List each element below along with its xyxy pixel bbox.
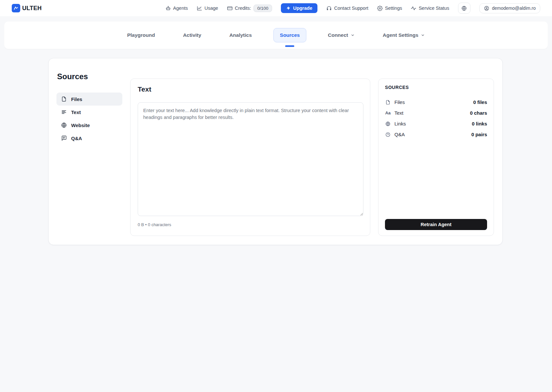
top-header: ULTEH Agents Usage Credits: 0/100 xyxy=(0,0,552,16)
nav-contact-support[interactable]: Contact Support xyxy=(326,6,368,11)
chevron-down-icon xyxy=(351,33,355,37)
summary-row-files: Files 0 files xyxy=(385,97,487,108)
tab-analytics[interactable]: Analytics xyxy=(223,28,258,42)
tab-activity-label: Activity xyxy=(183,32,201,38)
sources-page-card: Sources Files Text Website xyxy=(48,58,503,245)
summary-row-qa: Q&A 0 pairs xyxy=(385,129,487,140)
credit-card-icon xyxy=(227,6,233,11)
sidebar-item-label: Files xyxy=(71,96,82,102)
tab-sources[interactable]: Sources xyxy=(273,28,306,42)
activity-icon xyxy=(411,6,416,11)
brand-name: ULTEH xyxy=(22,5,42,12)
brand-logo[interactable]: ULTEH xyxy=(12,4,42,12)
upgrade-button[interactable]: Upgrade xyxy=(281,3,317,13)
app-root: ULTEH Agents Usage Credits: 0/100 xyxy=(0,0,552,392)
summary-title: SOURCES xyxy=(385,85,409,90)
summary-value: 0 chars xyxy=(470,110,487,116)
nav-usage-label: Usage xyxy=(205,6,218,11)
tab-playground[interactable]: Playground xyxy=(121,28,161,42)
brand-mark-icon xyxy=(12,4,20,12)
sidebar-item-label: Q&A xyxy=(71,136,82,141)
upgrade-label: Upgrade xyxy=(293,6,312,11)
robot-icon xyxy=(165,6,171,11)
nav-service-status[interactable]: Service Status xyxy=(411,6,449,11)
summary-value: 0 files xyxy=(473,99,487,105)
text-source-panel: Text 0 B • 0 characters xyxy=(130,79,370,236)
user-account-menu[interactable]: demodemo@aldim.ro xyxy=(479,3,540,13)
summary-label: Links xyxy=(394,121,406,126)
chevron-down-icon xyxy=(421,33,425,37)
globe-icon xyxy=(461,6,467,11)
agent-tab-bar: Playground Activity Analytics Sources Co… xyxy=(4,22,548,49)
sidebar-item-files[interactable]: Files xyxy=(56,93,122,106)
sources-sidebar: Files Text Website Q&A xyxy=(56,93,122,145)
line-chart-icon xyxy=(197,6,202,11)
tab-agent-settings-label: Agent Settings xyxy=(383,32,418,38)
summary-rows: Files 0 files Aa Text 0 chars Links 0 li… xyxy=(385,97,487,140)
nav-agents-label: Agents xyxy=(173,6,188,11)
tab-playground-label: Playground xyxy=(127,32,155,38)
sidebar-item-label: Website xyxy=(71,123,90,128)
nav-contact-support-label: Contact Support xyxy=(334,6,368,11)
summary-value: 0 links xyxy=(472,121,487,126)
file-icon xyxy=(61,96,67,102)
sidebar-item-text[interactable]: Text xyxy=(56,106,122,119)
summary-label: Text xyxy=(394,110,404,116)
tab-sources-label: Sources xyxy=(280,32,300,38)
globe-icon xyxy=(61,122,67,128)
sidebar-item-qa[interactable]: Q&A xyxy=(56,132,122,145)
user-email: demodemo@aldim.ro xyxy=(492,6,536,11)
globe-icon xyxy=(385,121,391,126)
message-square-icon xyxy=(61,135,67,141)
headphones-icon xyxy=(326,6,332,11)
text-size-counter: 0 B • 0 characters xyxy=(138,222,171,227)
credits-value-badge: 0/100 xyxy=(253,5,272,12)
nav-settings-label: Settings xyxy=(385,6,402,11)
tab-connect-label: Connect xyxy=(328,32,348,38)
aa-text-icon: Aa xyxy=(385,110,391,115)
credits-label: Credits: xyxy=(235,6,251,11)
gear-icon xyxy=(377,6,383,11)
sources-summary-panel: SOURCES Files 0 files Aa Text 0 chars xyxy=(378,79,494,236)
summary-label: Files xyxy=(394,99,405,105)
summary-value: 0 pairs xyxy=(471,132,487,137)
nav-usage[interactable]: Usage xyxy=(197,6,218,11)
nav-agents[interactable]: Agents xyxy=(165,6,188,11)
help-circle-icon xyxy=(385,132,391,137)
sidebar-item-label: Text xyxy=(71,109,81,115)
summary-row-text: Aa Text 0 chars xyxy=(385,108,487,118)
retrain-agent-button[interactable]: Retrain Agent xyxy=(385,219,487,230)
panel-title: Text xyxy=(138,85,151,93)
nav-settings[interactable]: Settings xyxy=(377,6,402,11)
tab-analytics-label: Analytics xyxy=(229,32,252,38)
file-icon xyxy=(385,100,391,105)
align-left-icon xyxy=(61,109,67,115)
page-title: Sources xyxy=(57,72,88,81)
summary-label: Q&A xyxy=(394,132,405,137)
header-nav: Agents Usage Credits: 0/100 Upgrade xyxy=(165,3,540,14)
tab-connect[interactable]: Connect xyxy=(321,28,361,42)
text-source-input[interactable] xyxy=(138,102,363,216)
nav-service-status-label: Service Status xyxy=(419,6,449,11)
zap-icon xyxy=(286,6,291,10)
tab-activity[interactable]: Activity xyxy=(176,28,208,42)
sidebar-item-website[interactable]: Website xyxy=(56,119,122,132)
user-circle-icon xyxy=(484,6,489,11)
tab-agent-settings[interactable]: Agent Settings xyxy=(376,28,431,42)
summary-row-links: Links 0 links xyxy=(385,118,487,129)
nav-credits: Credits: 0/100 xyxy=(227,5,272,12)
language-button[interactable] xyxy=(458,3,470,14)
